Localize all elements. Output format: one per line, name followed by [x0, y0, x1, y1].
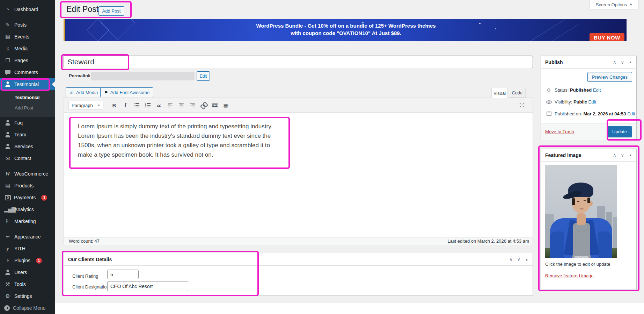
link-icon — [201, 103, 206, 108]
screen-options-button[interactable]: Screen Options▼ — [590, 0, 639, 9]
tab-visual[interactable]: Visual — [491, 88, 508, 98]
edit-status-link[interactable]: Edit — [593, 87, 601, 93]
plugin-icon: ⚡ — [4, 258, 11, 263]
paragraph-dropdown-value: Paragraph — [72, 103, 93, 108]
numbered-list-button[interactable]: 123 — [142, 101, 153, 110]
sidebar-item-settings[interactable]: ⚙Settings — [0, 290, 55, 302]
featured-image-caption: Click the image to edit or update — [545, 262, 610, 267]
move-up-icon[interactable]: ∧ — [613, 59, 616, 65]
move-up-icon[interactable]: ∧ — [613, 152, 616, 158]
buy-now-button[interactable]: BUY NOW — [590, 33, 624, 41]
remove-featured-image-link[interactable]: Remove featured image — [545, 273, 594, 278]
status-pin-icon — [546, 88, 552, 92]
permalink-edit-button[interactable]: Edit — [197, 71, 210, 81]
bar-chart-icon: ▂▅▇ — [4, 207, 11, 212]
spacer — [0, 164, 55, 168]
sidebar-item-pages[interactable]: ❐Pages — [0, 55, 55, 66]
neck — [577, 213, 586, 225]
sidebar-item-marketing[interactable]: ⚐Marketing — [0, 215, 55, 227]
toggle-panel-icon[interactable]: ▲ — [629, 153, 632, 157]
published-on-row: Published on: Mar 2, 2026 at 04:53 Edit — [546, 111, 635, 116]
sidebar-item-appearance[interactable]: ✒Appearance — [0, 231, 55, 243]
publish-header[interactable]: Publish ∧∨▲ — [541, 56, 636, 69]
visibility-value: Public — [573, 99, 587, 105]
move-down-icon[interactable]: ∨ — [621, 59, 624, 65]
sidebar-item-testimonial[interactable]: Testimonial — [0, 78, 55, 90]
client-rating-input[interactable] — [107, 270, 139, 279]
preview-changes-button[interactable]: Preview Changes — [587, 72, 632, 82]
sidebar-item-contact[interactable]: ✉Contact — [0, 152, 55, 164]
move-down-icon[interactable]: ∨ — [621, 152, 624, 158]
align-center-icon — [179, 104, 184, 107]
edit-published-link[interactable]: Edit — [627, 111, 635, 116]
collapse-menu-button[interactable]: ◀Collapse Menu — [0, 302, 55, 314]
toolbar-toggle-button[interactable]: ▦ — [220, 101, 232, 110]
sidebar-item-dashboard[interactable]: ◔Dashboard — [0, 3, 55, 15]
client-designation-input[interactable] — [107, 281, 188, 291]
move-to-trash-link[interactable]: Move to Trash — [545, 129, 574, 134]
paragraph-dropdown[interactable]: Paragraph ▼ — [68, 101, 103, 110]
bulleted-list-button[interactable] — [131, 101, 142, 110]
update-button[interactable]: Update — [607, 126, 632, 137]
status-row: Status: Published Edit — [546, 87, 601, 93]
add-font-awesome-button[interactable]: ⚑Add Font Awesome — [100, 87, 153, 97]
toggle-panel-icon[interactable]: ▲ — [629, 60, 632, 64]
post-title-input[interactable] — [64, 56, 533, 68]
sidebar-item-analytics[interactable]: ▂▅▇Analytics — [0, 204, 55, 215]
megaphone-icon: ⚐ — [4, 219, 11, 224]
align-right-button[interactable] — [187, 101, 198, 110]
toggle-panel-icon[interactable]: ▲ — [525, 257, 528, 261]
sidebar-item-comments[interactable]: Comments — [0, 66, 55, 78]
sidebar-item-users[interactable]: Users — [0, 266, 55, 278]
align-left-button[interactable] — [164, 101, 176, 110]
client-designation-label: Client Designation — [72, 284, 109, 290]
sidebar-item-faq[interactable]: Faq — [0, 117, 55, 129]
sidebar-item-woocommerce[interactable]: WWooCommerce — [0, 168, 55, 180]
sidebar-item-team[interactable]: Team — [0, 129, 55, 141]
italic-button[interactable]: I — [120, 101, 131, 110]
metabox-title: Our Clients Details — [68, 257, 112, 262]
featured-image-header[interactable]: Featured image ∧∨▲ — [541, 149, 636, 162]
blockquote-button[interactable]: “ — [153, 101, 164, 110]
sidebar-item-label: Team — [14, 132, 26, 137]
active-menu-arrow — [52, 81, 55, 87]
insert-link-button[interactable] — [198, 101, 209, 110]
sidebar-item-events[interactable]: ▦Events — [0, 31, 55, 43]
sidebar-item-label: Appearance — [14, 234, 41, 240]
tab-code[interactable]: Code — [509, 88, 526, 98]
move-up-icon[interactable]: ∧ — [509, 257, 513, 262]
post-body-text: Lorem Ipsum is simply dummy text of the … — [78, 122, 283, 159]
submenu-item-testimonial[interactable]: Testimonial — [0, 92, 55, 103]
read-more-button[interactable] — [209, 101, 220, 110]
align-center-button[interactable] — [176, 101, 187, 110]
skyline-building — [613, 217, 617, 248]
add-media-button[interactable]: ♬Add Media — [66, 87, 102, 97]
person-icon — [4, 120, 11, 126]
submenu-item-add-post[interactable]: Add Post — [0, 103, 55, 113]
sidebar-item-label: WooCommerce — [14, 171, 48, 177]
pushpin-icon: ✎ — [4, 22, 11, 28]
sidebar-item-posts[interactable]: ✎Posts — [0, 19, 55, 31]
bold-button[interactable]: B — [109, 101, 120, 110]
sidebar-item-plugins[interactable]: ⚡Plugins1 — [0, 255, 55, 266]
sidebar-item-media[interactable]: ♫Media — [0, 43, 55, 55]
editor-content-area[interactable]: Lorem Ipsum is simply dummy text of the … — [64, 113, 533, 237]
edit-visibility-link[interactable]: Edit — [588, 99, 596, 105]
sidebar-item-label: Testimonial — [14, 81, 39, 87]
eye-shape — [577, 201, 579, 202]
featured-image-photo[interactable] — [545, 165, 617, 258]
sidebar-item-label: Tools — [14, 281, 26, 287]
sidebar-item-payments[interactable]: $Payments1 — [0, 192, 55, 204]
add-post-button[interactable]: Add Post — [98, 6, 124, 16]
move-down-icon[interactable]: ∨ — [517, 257, 521, 262]
fullscreen-button[interactable]: ↖↗↙↘ — [519, 102, 525, 108]
visibility-label: Visibility: — [555, 99, 572, 105]
sidebar-item-services[interactable]: Services — [0, 141, 55, 152]
sidebar-item-label: Settings — [14, 293, 32, 299]
sidebar-item-products[interactable]: ▤Products — [0, 180, 55, 192]
sidebar-item-yith[interactable]: yYITH — [0, 243, 55, 255]
metabox-header[interactable]: Our Clients Details ∧∨▲ — [64, 253, 533, 266]
dashboard-icon: ◔ — [4, 7, 11, 12]
sidebar-item-tools[interactable]: ⚒Tools — [0, 278, 55, 290]
admin-sidebar: ◔Dashboard ✎Posts ▦Events ♫Media ❐Pages … — [0, 0, 55, 314]
